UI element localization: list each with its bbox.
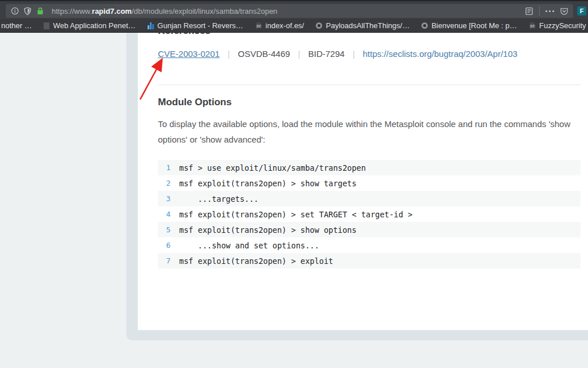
rootme-favicon-icon — [421, 22, 428, 29]
line-number: 3 — [158, 194, 171, 203]
url-bar[interactable]: https://www.rapid7.com/db/modules/exploi… — [6, 4, 573, 18]
cve-link[interactable]: CVE-2003-0201 — [158, 49, 220, 59]
page-viewport: References CVE-2003-0201 | OSVDB-4469 | … — [0, 33, 588, 368]
references-row: CVE-2003-0201 | OSVDB-4469 | BID-7294 | … — [158, 49, 581, 59]
bookmark-item[interactable]: ☠ index-of.es/ — [256, 21, 304, 30]
info-icon[interactable] — [10, 7, 19, 16]
tracking-shield-icon[interactable] — [23, 7, 32, 16]
line-number: 2 — [158, 179, 171, 187]
osvdb-reference: OSVDB-4469 — [238, 49, 290, 59]
section-divider — [158, 85, 581, 85]
line-number: 6 — [158, 241, 171, 250]
line-code: msf exploit(trans2open) > exploit — [179, 256, 333, 266]
code-line: 6 ...show and set options... — [158, 237, 581, 253]
line-number: 5 — [158, 225, 171, 234]
skull-crossbones-favicon-icon: ☠ — [256, 21, 262, 30]
bookmark-label: index-of.es/ — [265, 21, 304, 30]
line-code: msf exploit(trans2open) > set TARGET < t… — [179, 210, 412, 219]
page-actions-dots-icon[interactable] — [546, 10, 554, 12]
bookmark-label: PayloadsAllTheThings/… — [326, 21, 409, 30]
reference-separator: | — [353, 49, 355, 59]
urlbar-separator — [539, 6, 540, 16]
bookmark-label: Bienvenue [Root Me : p… — [431, 21, 517, 30]
url-path: /db/modules/exploit/linux/samba/trans2op… — [131, 7, 277, 16]
extension-f-icon[interactable]: F — [577, 6, 586, 16]
bookmark-label: Web Application Penet… — [53, 21, 136, 30]
bookmark-item[interactable]: PayloadsAllTheThings/… — [316, 21, 409, 30]
bookmark-label: nother … — [1, 21, 32, 30]
bookmark-item[interactable]: Gunjan Resort - Revers… — [148, 21, 243, 30]
bid-reference: BID-7294 — [308, 49, 345, 59]
line-code: msf exploit(trans2open) > show targets — [179, 179, 357, 188]
line-code: msf exploit(trans2open) > show options — [179, 225, 357, 235]
bookmark-item[interactable]: ☠ FuzzySecurity | Home — [529, 21, 588, 30]
line-number: 4 — [158, 210, 171, 218]
line-number: 1 — [158, 163, 171, 172]
line-code: msf > use exploit/linux/samba/trans2open — [179, 163, 366, 172]
module-options-heading: Module Options — [158, 97, 581, 108]
bookmark-item[interactable]: Web Application Penet… — [44, 21, 136, 30]
line-code: ...targets... — [179, 194, 258, 204]
module-card-panel: References CVE-2003-0201 | OSVDB-4469 | … — [138, 33, 588, 330]
reference-separator: | — [228, 49, 230, 59]
module-options-description: To display the available options, load t… — [158, 116, 581, 147]
module-card: References CVE-2003-0201 | OSVDB-4469 | … — [126, 33, 588, 340]
console-code-block: 1 msf > use exploit/linux/samba/trans2op… — [158, 160, 581, 269]
github-favicon-icon — [316, 22, 322, 29]
code-line: 4 msf exploit(trans2open) > set TARGET <… — [158, 206, 581, 222]
url-domain: rapid7.com — [92, 7, 131, 16]
seclists-link[interactable]: https://seclists.org/bugtraq/2003/Apr/10… — [363, 49, 517, 59]
reader-view-icon[interactable] — [525, 7, 533, 16]
code-line: 2 msf exploit(trans2open) > show targets — [158, 175, 581, 191]
bookmark-item[interactable]: nother … — [1, 21, 32, 30]
references-heading: References — [158, 33, 581, 37]
bookmarks-toolbar: nother … Web Application Penet… Gunjan R… — [0, 19, 588, 33]
https-lock-icon[interactable] — [36, 7, 44, 16]
bookmark-item[interactable]: Bienvenue [Root Me : p… — [421, 21, 517, 30]
line-number: 7 — [158, 256, 171, 265]
code-line: 3 ...targets... — [158, 191, 581, 206]
bookmark-label: FuzzySecurity | Home — [539, 21, 588, 30]
code-line: 1 msf > use exploit/linux/samba/trans2op… — [158, 160, 581, 175]
line-code: ...show and set options... — [179, 241, 319, 250]
code-line: 7 msf exploit(trans2open) > exploit — [158, 253, 581, 269]
url-prefix: https://www. — [52, 7, 92, 16]
browser-chrome: https://www.rapid7.com/db/modules/exploi… — [0, 0, 588, 33]
page-favicon-icon — [44, 22, 49, 29]
code-line: 5 msf exploit(trans2open) > show options — [158, 222, 581, 237]
url-text: https://www.rapid7.com/db/modules/exploi… — [52, 7, 277, 16]
skull-favicon-icon: ☠ — [529, 21, 536, 30]
navigation-toolbar: https://www.rapid7.com/db/modules/exploi… — [0, 0, 588, 19]
pocket-icon[interactable] — [560, 7, 568, 16]
bar-chart-favicon-icon — [148, 22, 154, 29]
reference-separator: | — [298, 49, 300, 59]
bookmark-label: Gunjan Resort - Revers… — [157, 21, 243, 30]
